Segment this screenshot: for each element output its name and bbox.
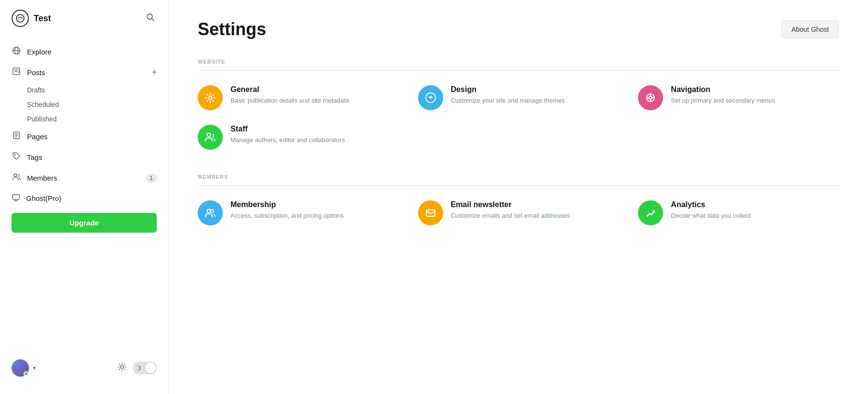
tags-icon [12,152,21,163]
analytics-icon [638,200,663,225]
pages-label: Pages [27,132,48,141]
pages-icon [12,131,21,142]
setting-card-staff[interactable]: Staff Manage authors, editor and collabo… [198,125,399,150]
members-badge: 1 [146,174,157,183]
sidebar-item-pages[interactable]: Pages [0,126,168,147]
globe-icon [12,46,21,57]
new-post-button[interactable]: + [151,67,157,78]
posts-icon [12,67,21,78]
sidebar-top: Test [0,0,168,37]
website-settings-grid: General Basic publication details and si… [198,85,839,150]
sidebar-nav: Explore Posts + Drafts Scheduled Publish… [0,37,168,352]
email-icon [418,200,443,225]
general-desc: Basic publication details and site metad… [231,96,399,105]
svg-point-27 [207,133,211,137]
search-button[interactable] [144,11,157,26]
moon-icon: ☽ [136,365,141,372]
svg-rect-15 [13,195,19,199]
email-info: Email newsletter Customize emails and se… [451,200,619,221]
website-section-label: WEBSITE [198,59,839,71]
svg-point-18 [121,366,123,368]
navigation-info: Navigation Set up primary and secondary … [671,85,839,105]
svg-point-0 [16,14,24,22]
members-section-label: MEMBERS [198,174,839,186]
members-settings-section: MEMBERS Membership Access, subscription,… [198,174,839,225]
membership-icon [198,200,223,225]
email-title: Email newsletter [451,200,619,209]
svg-point-20 [430,97,432,99]
members-settings-grid: Membership Access, subscription, and pri… [198,200,839,225]
staff-icon [198,125,223,150]
sidebar-item-tags[interactable]: Tags [0,147,168,168]
logo-area[interactable]: Test [12,10,51,27]
posts-subnav: Drafts Scheduled Published [0,83,168,126]
main-header: Settings About Ghost [198,19,839,39]
staff-info: Staff Manage authors, editor and collabo… [231,125,399,145]
online-indicator [24,371,28,376]
site-logo [12,10,29,27]
posts-label: Posts [27,68,45,77]
website-section: WEBSITE General Basic publication detail… [198,59,839,150]
svg-point-22 [649,96,652,99]
sidebar-item-posts[interactable]: Posts + [0,62,168,83]
user-menu[interactable]: ▾ [12,359,36,377]
ghost-pro-icon [12,193,20,203]
site-name: Test [34,13,51,24]
svg-point-14 [14,174,17,177]
navigation-desc: Set up primary and secondary menus [671,96,839,105]
staff-desc: Manage authors, editor and collaborators [231,135,399,145]
members-icon [12,172,21,184]
design-info: Design Customize your site and manage th… [451,85,619,105]
sidebar-item-ghost-pro[interactable]: Ghost(Pro) [0,188,168,208]
general-title: General [231,85,399,94]
svg-point-28 [207,210,211,213]
upgrade-button[interactable]: Upgrade [12,213,157,233]
staff-title: Staff [231,125,399,133]
members-label: Members [27,174,57,182]
explore-label: Explore [27,48,52,56]
svg-line-2 [152,18,154,21]
svg-point-19 [209,96,212,100]
setting-card-navigation[interactable]: Navigation Set up primary and secondary … [638,85,839,110]
navigation-title: Navigation [671,85,839,94]
sidebar-item-published[interactable]: Published [27,112,168,126]
toggle-knob [145,363,156,373]
setting-card-email[interactable]: Email newsletter Customize emails and se… [418,200,619,225]
sidebar-item-members[interactable]: Members 1 [0,168,168,188]
svg-point-13 [14,154,16,156]
sidebar-item-explore[interactable]: Explore [0,41,168,62]
page-title: Settings [198,19,266,39]
svg-point-29 [211,210,214,212]
setting-card-analytics[interactable]: Analytics Decide what data you collect [638,200,839,225]
email-desc: Customize emails and set email addresses [451,211,619,221]
bottom-icons: ☽ [117,362,157,374]
chevron-down-icon: ▾ [33,365,36,371]
sidebar-item-drafts[interactable]: Drafts [27,83,168,97]
membership-title: Membership [231,200,399,209]
design-title: Design [451,85,619,94]
design-icon [418,85,443,110]
avatar [12,359,29,377]
analytics-desc: Decide what data you collect [671,211,839,221]
setting-card-design[interactable]: Design Customize your site and manage th… [418,85,619,110]
dark-mode-toggle[interactable]: ☽ [133,362,157,374]
about-ghost-button[interactable]: About Ghost [781,20,839,39]
design-desc: Customize your site and manage themes [451,96,619,105]
general-icon [198,85,223,110]
general-info: General Basic publication details and si… [231,85,399,105]
analytics-title: Analytics [671,200,839,209]
analytics-info: Analytics Decide what data you collect [671,200,839,221]
tags-label: Tags [27,153,42,161]
membership-desc: Access, subscription, and pricing option… [231,211,399,221]
settings-gear-button[interactable] [117,362,127,374]
setting-card-general[interactable]: General Basic publication details and si… [198,85,399,110]
setting-card-membership[interactable]: Membership Access, subscription, and pri… [198,200,399,225]
main-content: Settings About Ghost WEBSITE General Bas… [169,0,868,394]
sidebar: Test Explore [0,0,169,394]
svg-rect-30 [426,210,435,216]
sidebar-item-scheduled[interactable]: Scheduled [27,97,168,112]
navigation-icon [638,85,663,110]
ghost-pro-label: Ghost(Pro) [26,194,61,202]
sidebar-bottom: ▾ ☽ [0,352,168,384]
membership-info: Membership Access, subscription, and pri… [231,200,399,221]
